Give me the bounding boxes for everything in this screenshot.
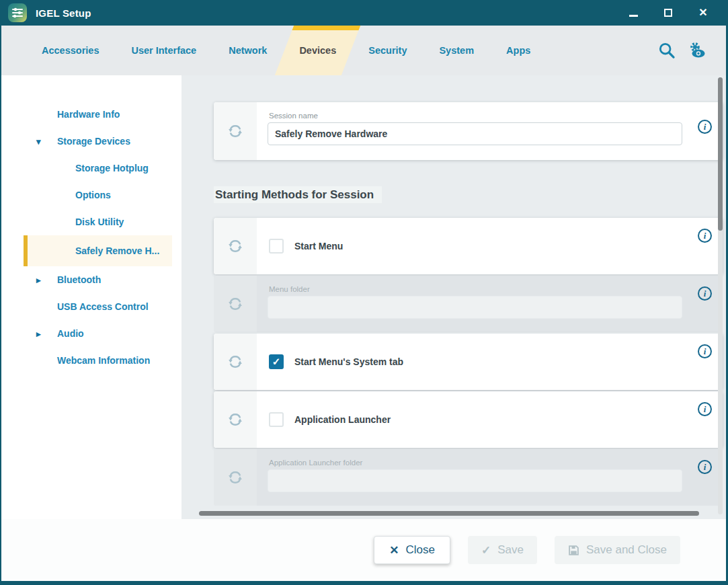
info-icon[interactable]: i <box>698 120 712 134</box>
info-icon[interactable]: i <box>698 402 712 416</box>
check-icon: ✓ <box>272 356 281 368</box>
minimize-button[interactable] <box>628 7 639 18</box>
search-icon[interactable] <box>657 41 676 60</box>
sidebar-item-storage-hotplug[interactable]: Storage Hotplug <box>1 155 181 182</box>
titlebar: IGEL Setup ✕ <box>1 0 726 26</box>
expand-arrow-icon[interactable]: ▸ <box>36 275 41 285</box>
application-launcher-label: Application Launcher <box>294 414 391 425</box>
footer-bar: ✕ Close ✓ Save Save and Close <box>1 519 726 581</box>
close-icon: ✕ <box>389 543 399 557</box>
session-name-input[interactable] <box>268 122 682 145</box>
start-menu-system-tab-label: Start Menu's System tab <box>294 356 403 367</box>
sidebar-item-audio[interactable]: ▸ Audio <box>1 320 181 347</box>
reset-parameter-button[interactable] <box>214 334 257 390</box>
menu-folder-label: Menu folder <box>269 285 682 293</box>
window-controls: ✕ <box>628 7 719 18</box>
tab-system[interactable]: System <box>423 26 490 75</box>
application-launcher-folder-row: Application Launcher folder i <box>214 449 723 506</box>
info-icon[interactable]: i <box>698 229 712 243</box>
sidebar-item-hardware-info[interactable]: Hardware Info <box>1 101 181 128</box>
start-menu-row: Start Menu i <box>214 218 723 274</box>
menu-folder-input <box>268 296 682 319</box>
reset-parameter-button[interactable] <box>214 102 257 160</box>
tab-accessories[interactable]: Accessories <box>26 26 115 75</box>
expand-arrow-icon[interactable]: ▸ <box>36 329 41 339</box>
maximize-button[interactable] <box>663 7 674 18</box>
sidebar-item-storage-devices[interactable]: ▾ Storage Devices <box>1 128 181 155</box>
sidebar-tree: Hardware Info ▾ Storage Devices Storage … <box>1 75 181 519</box>
sidebar-item-webcam-information[interactable]: Webcam Information <box>1 347 181 374</box>
floppy-icon <box>568 545 579 556</box>
gear-eye-icon[interactable] <box>687 41 707 60</box>
info-icon[interactable]: i <box>698 344 712 358</box>
tab-apps[interactable]: Apps <box>490 26 547 75</box>
igel-logo-icon <box>8 3 27 22</box>
settings-panel: Session name i Starting Methods for Sess… <box>181 75 726 519</box>
start-menu-label: Start Menu <box>294 241 343 251</box>
tab-security[interactable]: Security <box>352 26 423 75</box>
tab-user-interface[interactable]: User Interface <box>115 26 212 75</box>
section-heading: Starting Methods for Session <box>214 188 726 202</box>
sidebar-item-options[interactable]: Options <box>1 182 181 208</box>
sidebar-item-usb-access-control[interactable]: USB Access Control <box>1 293 181 320</box>
application-launcher-folder-input <box>268 469 682 492</box>
reset-parameter-button[interactable] <box>214 276 257 332</box>
tab-devices[interactable]: Devices <box>283 26 352 75</box>
menu-folder-row: Menu folder i <box>214 276 723 332</box>
session-name-label: Session name <box>269 112 682 120</box>
vertical-scrollbar[interactable] <box>718 77 723 514</box>
application-launcher-folder-label: Application Launcher folder <box>269 459 682 467</box>
sidebar-item-safely-remove-hardware[interactable]: Safely Remove H... <box>24 235 172 266</box>
close-window-button[interactable]: ✕ <box>698 7 709 18</box>
reset-parameter-button[interactable] <box>214 391 257 448</box>
horizontal-scrollbar[interactable] <box>199 511 699 516</box>
reset-parameter-button[interactable] <box>214 449 257 506</box>
close-button[interactable]: ✕ Close <box>374 536 450 564</box>
start-menu-system-tab-checkbox[interactable]: ✓ <box>269 354 284 369</box>
igel-setup-window: IGEL Setup ✕ Accessories User Interface … <box>0 0 728 585</box>
window-title: IGEL Setup <box>36 7 91 19</box>
tab-bar: Accessories User Interface Network Devic… <box>1 26 726 75</box>
sidebar-item-disk-utility[interactable]: Disk Utility <box>1 208 181 235</box>
save-and-close-button[interactable]: Save and Close <box>555 536 680 564</box>
collapse-arrow-icon[interactable]: ▾ <box>36 136 41 147</box>
sidebar-item-bluetooth[interactable]: ▸ Bluetooth <box>1 266 181 293</box>
start-menu-system-tab-row: ✓ Start Menu's System tab i <box>214 334 723 390</box>
session-name-row: Session name i <box>214 102 723 160</box>
reset-parameter-button[interactable] <box>214 218 257 274</box>
check-icon: ✓ <box>481 543 491 557</box>
tab-network[interactable]: Network <box>212 26 283 75</box>
info-icon[interactable]: i <box>698 286 712 301</box>
application-launcher-row: Application Launcher i <box>214 391 723 448</box>
vertical-scrollbar-thumb[interactable] <box>718 77 723 231</box>
save-button[interactable]: ✓ Save <box>468 536 537 564</box>
start-menu-checkbox[interactable] <box>269 239 284 254</box>
info-icon[interactable]: i <box>698 460 712 474</box>
application-launcher-checkbox[interactable] <box>269 412 284 427</box>
